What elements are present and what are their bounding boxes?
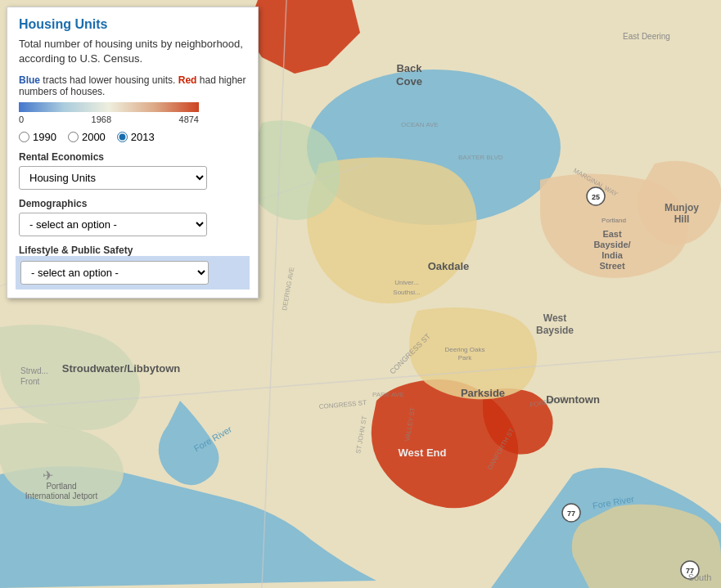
svg-text:25: 25 bbox=[592, 193, 600, 201]
svg-text:Bayside: Bayside bbox=[536, 325, 574, 336]
gradient-labels: 0 1968 4874 bbox=[19, 114, 199, 124]
info-panel: Housing Units Total number of housing un… bbox=[7, 7, 259, 298]
legend-text: Blue tracts had lower housing units. Red… bbox=[19, 74, 246, 97]
svg-text:Downtown: Downtown bbox=[546, 393, 600, 406]
year-2013-option[interactable]: 2013 bbox=[117, 131, 155, 143]
svg-text:West End: West End bbox=[399, 447, 447, 459]
svg-text:East: East bbox=[602, 229, 622, 239]
year-2000-radio[interactable] bbox=[68, 132, 79, 142]
legend-middle-text: tracts had lower housing units. bbox=[43, 74, 178, 86]
year-2000-label: 2000 bbox=[82, 131, 106, 143]
svg-text:Portland: Portland bbox=[46, 482, 76, 491]
svg-text:Deering Oaks: Deering Oaks bbox=[445, 346, 485, 353]
lifestyle-select-wrapper: - select an option - Crime Rate School Q… bbox=[16, 256, 250, 290]
year-2013-label: 2013 bbox=[131, 131, 155, 143]
svg-text:Munjoy: Munjoy bbox=[665, 202, 699, 213]
rental-economics-select[interactable]: Housing Units Median Rent Rent Burden bbox=[19, 166, 207, 190]
svg-text:Southsi...: Southsi... bbox=[393, 289, 420, 296]
svg-text:Stroudwater/Libbytown: Stroudwater/Libbytown bbox=[62, 362, 181, 375]
svg-text:Hill: Hill bbox=[674, 213, 690, 225]
svg-text:✈: ✈ bbox=[43, 469, 53, 483]
svg-text:OCEAN AVE: OCEAN AVE bbox=[401, 121, 439, 128]
svg-text:Strwd...: Strwd... bbox=[20, 366, 48, 375]
svg-text:Street: Street bbox=[599, 261, 625, 271]
svg-text:Back: Back bbox=[396, 62, 422, 74]
year-2000-option[interactable]: 2000 bbox=[68, 131, 106, 143]
svg-text:India: India bbox=[602, 250, 624, 260]
demographics-select[interactable]: - select an option - Population Age Race bbox=[19, 213, 207, 236]
svg-text:East Deering: East Deering bbox=[623, 32, 670, 41]
year-1990-radio[interactable] bbox=[19, 132, 29, 142]
demographics-select-wrapper: - select an option - Population Age Race bbox=[19, 213, 246, 236]
svg-text:77: 77 bbox=[567, 509, 575, 518]
svg-text:BAXTER BLVD: BAXTER BLVD bbox=[458, 154, 503, 161]
year-selector: 1990 2000 2013 bbox=[19, 131, 246, 143]
svg-text:Univer...: Univer... bbox=[394, 279, 418, 286]
gradient-min: 0 bbox=[19, 114, 24, 124]
panel-description: Total number of housing units by neighbo… bbox=[19, 37, 246, 66]
svg-text:Front: Front bbox=[20, 377, 40, 386]
rental-select-wrapper: Housing Units Median Rent Rent Burden bbox=[19, 166, 246, 190]
blue-label: Blue bbox=[19, 74, 40, 86]
svg-text:West: West bbox=[543, 312, 566, 324]
gradient-max: 4874 bbox=[179, 114, 199, 124]
demographics-label: Demographics bbox=[19, 198, 246, 209]
svg-text:Park: Park bbox=[458, 354, 472, 361]
year-1990-label: 1990 bbox=[33, 131, 56, 143]
svg-text:Oakdale: Oakdale bbox=[428, 260, 470, 272]
panel-title: Housing Units bbox=[19, 17, 246, 32]
svg-text:Parkside: Parkside bbox=[461, 387, 505, 399]
year-1990-option[interactable]: 1990 bbox=[19, 131, 56, 143]
svg-text:International Jetport: International Jetport bbox=[25, 491, 98, 500]
rental-economics-label: Rental Economics bbox=[19, 151, 246, 163]
lifestyle-select[interactable]: - select an option - Crime Rate School Q… bbox=[20, 261, 209, 285]
red-label: Red bbox=[178, 74, 197, 86]
svg-text:Bayside/: Bayside/ bbox=[593, 240, 630, 249]
svg-text:PARK AVE: PARK AVE bbox=[372, 391, 403, 398]
gradient-mid: 1968 bbox=[92, 114, 111, 124]
svg-text:South: South bbox=[688, 572, 712, 582]
color-gradient bbox=[19, 102, 199, 112]
svg-text:Cove: Cove bbox=[396, 75, 422, 88]
year-2013-radio[interactable] bbox=[117, 132, 128, 142]
svg-text:Portland: Portland bbox=[602, 217, 626, 224]
lifestyle-label: Lifestyle & Public Safety bbox=[19, 245, 246, 256]
